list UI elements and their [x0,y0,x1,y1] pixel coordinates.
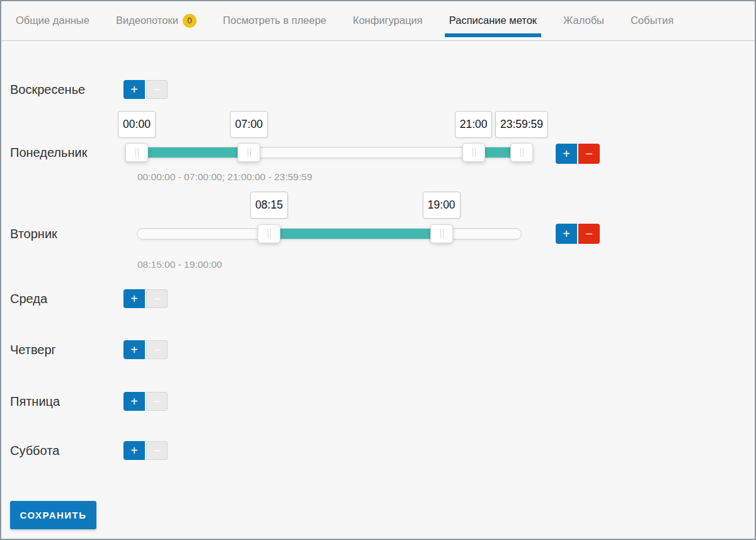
save-button[interactable]: СОХРАНИТЬ [10,501,96,529]
tab-label: Посмотреть в плеере [223,14,326,26]
time-value-box[interactable]: 21:00 [455,111,493,138]
day-row-friday: Пятница + − [10,392,168,411]
remove-range-button[interactable]: − [146,441,168,460]
tab-complaints[interactable]: Жалобы [550,1,617,37]
time-value-box[interactable]: 23:59:59 [495,111,548,138]
remove-range-button[interactable]: − [146,392,168,411]
add-range-button[interactable]: + [123,289,145,308]
range-summary: 00:00:00 - 07:00:00; 21:00:00 - 23:59:59 [137,171,312,183]
range-summary: 08:15:00 - 19:00:00 [137,259,222,270]
slider-handle[interactable] [238,143,260,162]
add-range-button[interactable]: + [123,80,145,99]
tab-tag-schedule[interactable]: Расписание меток [436,1,550,37]
tab-label: Общие данные [16,14,89,26]
time-value-box[interactable]: 08:15 [250,192,288,219]
day-label: Воскресенье [10,81,123,98]
range-buttons: + − [123,340,168,359]
slider-handle[interactable] [125,143,148,162]
tab-video-streams[interactable]: Видеопотоки 0 [103,1,210,37]
range-buttons: + − [123,289,168,308]
tab-label: Жалобы [563,14,604,26]
tab-label: Расписание меток [449,14,537,26]
add-range-button[interactable]: + [123,340,145,359]
slider-handle[interactable] [510,143,533,162]
remove-range-button[interactable]: − [578,144,600,164]
remove-range-button[interactable]: − [146,80,168,99]
day-label: Пятница [10,393,123,410]
add-range-button[interactable]: + [123,392,145,411]
day-label: Суббота [10,442,123,459]
tab-general[interactable]: Общие данные [3,1,103,37]
day-row-thursday: Четверг + − [10,340,168,359]
page: Общие данные Видеопотоки 0 Посмотреть в … [0,0,756,540]
tab-events[interactable]: События [617,1,687,37]
day-label: Среда [10,290,123,307]
add-range-button[interactable]: + [556,224,577,244]
tab-bar: Общие данные Видеопотоки 0 Посмотреть в … [1,1,755,41]
range-buttons: + − [556,224,600,244]
day-label: Понедельник [10,144,123,161]
slider-handle[interactable] [430,224,453,243]
range-buttons: + − [123,441,168,460]
day-row-sunday: Воскресенье + − [10,80,168,99]
time-value-box[interactable]: 00:00 [118,111,156,138]
range-buttons: + − [123,80,168,99]
tab-configuration[interactable]: Конфигурация [340,1,436,37]
tab-label: События [631,14,673,26]
range-buttons: + − [123,392,168,411]
time-value-box[interactable]: 19:00 [423,192,461,219]
remove-range-button[interactable]: − [146,289,168,308]
slider-handle[interactable] [258,224,280,243]
time-value-box[interactable]: 07:00 [230,111,268,138]
tab-count-badge: 0 [183,14,197,28]
remove-range-button[interactable]: − [146,340,168,359]
slider-range-fill [137,147,249,158]
day-row-wednesday: Среда + − [10,289,168,308]
add-range-button[interactable]: + [556,144,577,164]
tab-label: Видеопотоки [116,14,178,26]
slider-track[interactable] [137,228,522,239]
day-label: Вторник [10,225,123,243]
tab-label: Конфигурация [353,14,423,26]
tab-watch-in-player[interactable]: Посмотреть в плеере [210,1,340,37]
remove-range-button[interactable]: − [578,224,600,244]
slider-range-fill [269,229,441,239]
add-range-button[interactable]: + [123,441,145,460]
day-label: Четверг [10,341,123,359]
slider-handle[interactable] [462,143,485,162]
range-buttons: + − [556,144,600,164]
day-row-saturday: Суббота + − [10,441,168,460]
